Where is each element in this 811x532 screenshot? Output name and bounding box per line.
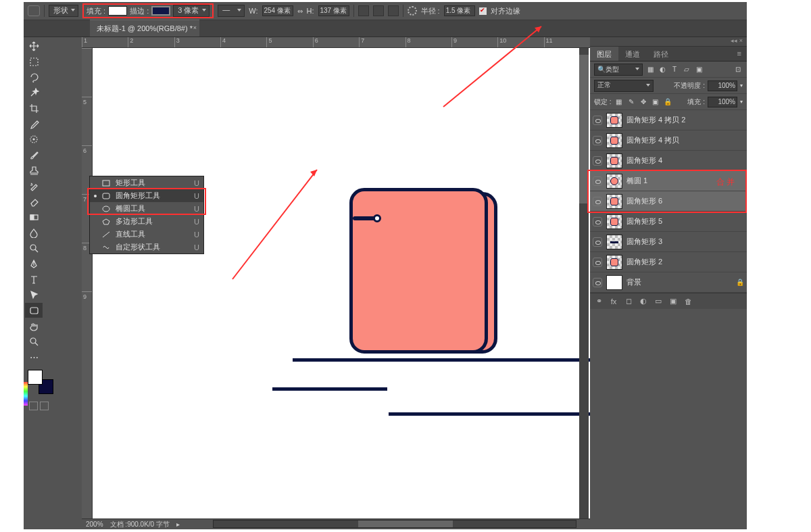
width-input[interactable] xyxy=(262,5,293,16)
path-op-1[interactable] xyxy=(358,5,369,16)
layer-row[interactable]: 背景🔒 xyxy=(590,272,747,293)
eye-icon[interactable] xyxy=(593,237,602,247)
chevron-right-icon[interactable]: ▸ xyxy=(176,521,180,528)
eye-icon[interactable] xyxy=(593,116,602,125)
link-icon[interactable]: ⇔ xyxy=(297,7,303,15)
document-tab[interactable]: 未标题-1 @ 200%(RGB/8#) * × xyxy=(90,20,199,37)
tool-preset-icon[interactable] xyxy=(28,5,40,16)
stroke-swatch[interactable] xyxy=(151,6,170,16)
adjustment-icon[interactable]: ◐ xyxy=(639,297,648,306)
scrollbar-vertical[interactable] xyxy=(579,48,589,518)
fg-color[interactable] xyxy=(28,370,43,385)
align-edges-checkbox[interactable]: ✔ xyxy=(479,7,487,15)
stroke-width-select[interactable]: 3 像素 xyxy=(173,5,210,17)
eye-icon[interactable] xyxy=(593,136,602,145)
flyout-item-rect[interactable]: 矩形工具U xyxy=(90,176,203,189)
gradient-tool[interactable] xyxy=(25,210,43,224)
marquee-tool[interactable] xyxy=(25,54,43,69)
shape-tool[interactable] xyxy=(25,303,43,318)
layer-row[interactable]: 圆角矩形 4 xyxy=(590,151,747,171)
flyout-item-ellipse[interactable]: 椭圆工具U xyxy=(90,202,203,215)
link-layers-icon[interactable]: ⚭ xyxy=(594,297,604,306)
lasso-tool[interactable] xyxy=(25,70,43,84)
blend-mode-select[interactable]: 正常 xyxy=(594,80,654,92)
color-swatches[interactable] xyxy=(28,370,55,395)
path-align[interactable] xyxy=(373,5,384,16)
eye-icon[interactable] xyxy=(593,156,602,166)
eye-icon[interactable] xyxy=(593,176,602,186)
stroke-style-select[interactable]: — xyxy=(218,5,245,17)
layer-row[interactable]: 圆角矩形 4 拷贝 xyxy=(590,130,747,151)
type-tool[interactable] xyxy=(25,272,43,287)
tab-layers[interactable]: 图层 xyxy=(590,47,618,61)
tab-paths[interactable]: 路径 xyxy=(647,47,675,61)
radius-input[interactable] xyxy=(444,5,475,16)
quick-mask-icon[interactable] xyxy=(29,402,38,410)
lock-pos-icon[interactable]: ✥ xyxy=(639,97,648,107)
filter-adjust-icon[interactable]: ◐ xyxy=(658,65,667,74)
fill-input[interactable] xyxy=(708,97,737,107)
layer-row[interactable]: 圆角矩形 4 拷贝 2 xyxy=(590,110,747,130)
crop-tool[interactable] xyxy=(25,101,43,116)
opacity-input[interactable] xyxy=(708,80,737,91)
layer-row[interactable]: 圆角矩形 6 xyxy=(590,191,747,212)
layer-row[interactable]: 圆角矩形 5 xyxy=(590,212,747,232)
brush-tool[interactable] xyxy=(25,147,43,162)
eyedropper-tool[interactable] xyxy=(25,116,43,131)
scrollbar-thumb[interactable] xyxy=(579,55,589,203)
eye-icon[interactable] xyxy=(593,217,602,226)
layer-row[interactable]: 椭圆 1 xyxy=(590,171,747,191)
eye-icon[interactable] xyxy=(593,258,602,267)
move-tool[interactable] xyxy=(25,39,43,53)
panel-menu-icon[interactable]: ≡ xyxy=(732,47,747,61)
screen-mode-icon[interactable] xyxy=(40,402,49,410)
gear-icon[interactable] xyxy=(408,6,417,16)
filter-type-icon[interactable]: T xyxy=(670,65,679,74)
layer-row[interactable]: 圆角矩形 3 xyxy=(590,232,747,252)
lock-nest-icon[interactable]: ▣ xyxy=(651,97,660,107)
layer-row[interactable]: 圆角矩形 2 xyxy=(590,252,747,272)
group-icon[interactable]: ▭ xyxy=(654,297,663,306)
height-input[interactable] xyxy=(318,5,349,16)
hand-tool[interactable] xyxy=(25,318,43,333)
flyout-item-rounded-rect[interactable]: 圆角矩形工具U xyxy=(90,189,203,202)
flyout-item-line[interactable]: 直线工具U xyxy=(90,228,203,241)
filter-toggle[interactable]: ⊡ xyxy=(733,65,743,74)
shape-mode-select[interactable]: 形状 xyxy=(49,5,78,17)
edit-toolbar[interactable]: ⋯ xyxy=(25,349,43,364)
flyout-item-custom[interactable]: 自定形状工具U xyxy=(90,241,203,253)
zoom-tool[interactable] xyxy=(25,334,43,349)
chevron-down-icon[interactable]: ▾ xyxy=(740,82,743,89)
blur-tool[interactable] xyxy=(25,225,43,240)
lock-paint-icon[interactable]: ✎ xyxy=(626,97,636,107)
dodge-tool[interactable] xyxy=(25,241,43,256)
eye-icon[interactable] xyxy=(593,278,602,287)
filter-type-select[interactable]: 🔍 类型 xyxy=(594,64,643,76)
spot-heal-tool[interactable] xyxy=(25,132,43,147)
fx-icon[interactable]: fx xyxy=(609,297,618,306)
canvas[interactable] xyxy=(93,48,590,518)
trash-icon[interactable]: 🗑 xyxy=(683,297,693,306)
tab-channels[interactable]: 通道 xyxy=(618,47,647,61)
filter-pixel-icon[interactable]: ▦ xyxy=(645,65,655,74)
fill-swatch[interactable] xyxy=(108,6,127,16)
lock-all-icon[interactable]: 🔒 xyxy=(663,97,672,107)
path-select-tool[interactable] xyxy=(25,287,43,302)
flyout-item-polygon[interactable]: 多边形工具U xyxy=(90,215,203,228)
lock-trans-icon[interactable]: ▦ xyxy=(614,97,624,107)
chevron-down-icon[interactable]: ▾ xyxy=(740,99,743,105)
scrollbar-thumb[interactable] xyxy=(358,521,453,527)
panel-collapse[interactable]: ◂◂ × xyxy=(590,37,747,47)
canvas-area[interactable] xyxy=(93,48,590,518)
mask-icon[interactable]: ◻ xyxy=(624,297,633,306)
path-arrange[interactable] xyxy=(388,5,399,16)
eye-icon[interactable] xyxy=(593,197,602,206)
close-icon[interactable]: × xyxy=(193,24,197,31)
wand-tool[interactable] xyxy=(25,85,43,100)
filter-shape-icon[interactable]: ▱ xyxy=(682,65,691,74)
stamp-tool[interactable] xyxy=(25,163,43,178)
eraser-tool[interactable] xyxy=(25,194,43,209)
zoom-level[interactable]: 200% xyxy=(86,521,103,528)
scrollbar-horizontal[interactable] xyxy=(213,520,576,528)
new-layer-icon[interactable]: ▣ xyxy=(668,297,678,306)
